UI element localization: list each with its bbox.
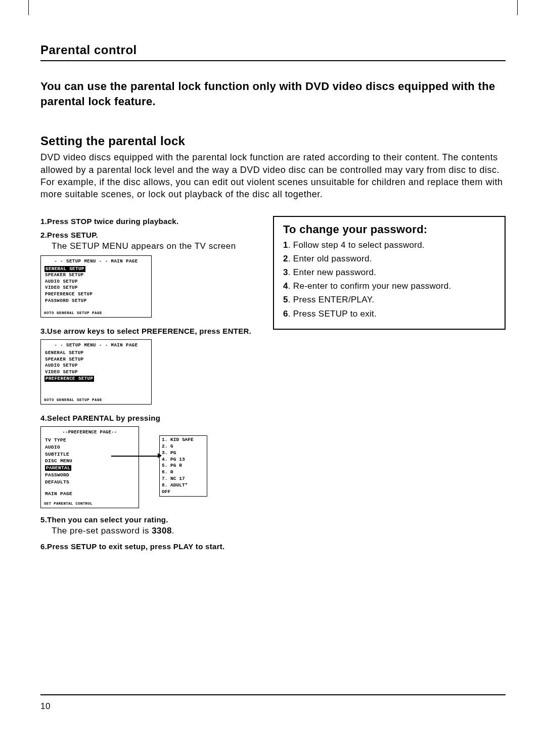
change-password-box: To change your password: 1. Follow step … bbox=[273, 216, 506, 330]
step-5: 5.Then you can select your rating. bbox=[40, 515, 253, 524]
step-1: 1.Press STOP twice during playback. bbox=[40, 217, 253, 226]
arrow-line bbox=[111, 456, 161, 457]
intro-text: You can use the parental lock function o… bbox=[40, 79, 506, 109]
crop-mark bbox=[28, 0, 43, 15]
change-password-title: To change your password: bbox=[283, 223, 495, 236]
rating-list: 1. KID SAFE 2. G 3. PG 4. PG 13 5. PG R … bbox=[159, 435, 207, 497]
subheading: Setting the parental lock bbox=[40, 134, 506, 148]
pw-step-4: 4. Re-enter to confirm your new password… bbox=[283, 279, 495, 293]
step-5-detail: The pre-set password is 3308. bbox=[52, 526, 253, 536]
pw-step-6: 6. Press SETUP to exit. bbox=[283, 307, 495, 321]
step-4: 4.Select PARENTAL by pressing bbox=[40, 414, 253, 422]
pw-step-1: 1. Follow step 4 to select password. bbox=[283, 238, 495, 252]
body-paragraph: DVD video discs equipped with the parent… bbox=[40, 151, 506, 200]
section-title: Parental control bbox=[40, 43, 506, 57]
pw-step-3: 3. Enter new password. bbox=[283, 265, 495, 279]
setup-menu-1: - - SETUP MENU - - MAIN PAGE GENERAL SET… bbox=[40, 255, 152, 318]
step-6: 6.Press SETUP to exit setup, press PLAY … bbox=[40, 542, 253, 551]
setup-menu-2: - - SETUP MENU - - MAIN PAGE GENERAL SET… bbox=[40, 339, 152, 405]
pw-step-5: 5. Press ENTER/PLAY. bbox=[283, 293, 495, 306]
preference-menu: --PREFERENCE PAGE-- TV TYPE AUDIO SUBTIT… bbox=[40, 426, 139, 508]
step-2: 2.Press SETUP. bbox=[40, 231, 253, 239]
page-number: 10 bbox=[40, 701, 506, 711]
divider bbox=[40, 60, 506, 61]
crop-mark bbox=[503, 0, 518, 15]
step-2-detail: The SETUP MENU appears on the TV screen bbox=[52, 241, 253, 251]
step-3: 3.Use arrow keys to select PREFERENCE, p… bbox=[40, 327, 253, 335]
footer-divider bbox=[40, 694, 506, 695]
pw-step-2: 2. Enter old password. bbox=[283, 252, 495, 265]
